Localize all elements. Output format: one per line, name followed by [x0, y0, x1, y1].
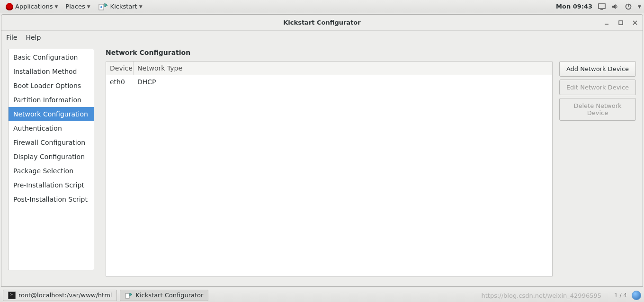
network-table: Device Network Type eth0DHCP: [106, 61, 553, 277]
workspace-pager[interactable]: 1 / 4: [614, 292, 627, 299]
applications-label: Applications: [15, 3, 53, 10]
main-panel: Network Configuration Device Network Typ…: [106, 49, 636, 277]
app-window: Kickstart Configurator File Help Basic C…: [1, 14, 643, 287]
close-button[interactable]: [631, 19, 639, 27]
column-network-type[interactable]: Network Type: [134, 62, 552, 75]
sidebar-item-package-selection[interactable]: Package Selection: [9, 164, 94, 178]
app-launcher-menu[interactable]: Kickstart ▼: [95, 0, 145, 13]
app-launcher-label: Kickstart: [110, 3, 137, 10]
table-body[interactable]: eth0DHCP: [106, 75, 552, 276]
sidebar-item-network-configuration[interactable]: Network Configuration: [9, 107, 94, 121]
sidebar-item-firewall-configuration[interactable]: Firewall Configuration: [9, 135, 94, 150]
svg-rect-7: [619, 21, 623, 25]
svg-rect-10: [125, 293, 129, 298]
volume-icon[interactable]: [611, 3, 619, 10]
places-label: Places: [65, 3, 85, 10]
chevron-down-icon[interactable]: ▼: [638, 4, 641, 9]
sidebar-item-authentication[interactable]: Authentication: [9, 121, 94, 135]
svg-rect-2: [599, 4, 605, 9]
delete-network-device-button: Delete Network Device: [559, 98, 636, 121]
sidebar-item-partition-information[interactable]: Partition Information: [9, 93, 94, 107]
column-device[interactable]: Device: [106, 62, 134, 75]
menu-file[interactable]: File: [6, 34, 17, 41]
cell-device: eth0: [106, 75, 134, 89]
maximize-button[interactable]: [617, 19, 625, 27]
sidebar-item-pre-installation-script[interactable]: Pre-Installation Script: [9, 178, 94, 192]
add-network-device-button[interactable]: Add Network Device: [559, 61, 636, 77]
window-title: Kickstart Configurator: [283, 19, 360, 26]
power-icon[interactable]: [625, 3, 632, 10]
sidebar-item-display-configuration[interactable]: Display Configuration: [9, 150, 94, 164]
svg-rect-3: [600, 9, 603, 10]
applications-menu[interactable]: Applications ▼: [3, 2, 61, 11]
taskbar-terminal-label: root@localhost:/var/www/html: [18, 292, 112, 299]
kickstart-icon: [125, 292, 133, 299]
taskbar-item-kickstart[interactable]: Kickstart Configurator: [120, 290, 208, 301]
edit-network-device-button: Edit Network Device: [559, 80, 636, 95]
chevron-down-icon: ▼: [54, 4, 58, 9]
sidebar: Basic ConfigurationInstallation MethodBo…: [8, 49, 94, 270]
svg-point-1: [100, 6, 102, 8]
sidebar-item-basic-configuration[interactable]: Basic Configuration: [9, 50, 94, 64]
workspace-switcher-icon[interactable]: [632, 291, 641, 300]
redhat-icon: [6, 3, 13, 10]
kickstart-icon: [98, 1, 108, 12]
titlebar[interactable]: Kickstart Configurator: [1, 15, 643, 31]
menu-help[interactable]: Help: [26, 34, 41, 41]
section-heading: Network Configuration: [106, 49, 636, 56]
monitor-icon[interactable]: [598, 3, 606, 10]
sidebar-item-installation-method[interactable]: Installation Method: [9, 64, 94, 79]
chevron-down-icon: ▼: [139, 4, 143, 9]
taskbar: root@localhost:/var/www/html Kickstart C…: [0, 288, 644, 302]
action-buttons: Add Network Device Edit Network Device D…: [559, 61, 636, 277]
taskbar-item-terminal[interactable]: root@localhost:/var/www/html: [3, 290, 117, 301]
terminal-icon: [8, 292, 16, 299]
taskbar-kickstart-label: Kickstart Configurator: [135, 292, 203, 299]
minimize-button[interactable]: [603, 19, 610, 27]
cell-network-type: DHCP: [134, 75, 552, 89]
menubar: File Help: [1, 31, 643, 44]
top-panel: Applications ▼ Places ▼ Kickstart ▼ Mon …: [0, 0, 644, 13]
table-row[interactable]: eth0DHCP: [106, 75, 552, 89]
sidebar-item-post-installation-script[interactable]: Post-Installation Script: [9, 192, 94, 206]
chevron-down-icon: ▼: [87, 4, 90, 9]
clock[interactable]: Mon 09:43: [556, 3, 592, 10]
table-header: Device Network Type: [106, 62, 552, 75]
places-menu[interactable]: Places ▼: [63, 2, 93, 11]
sidebar-item-boot-loader-options[interactable]: Boot Loader Options: [9, 79, 94, 93]
